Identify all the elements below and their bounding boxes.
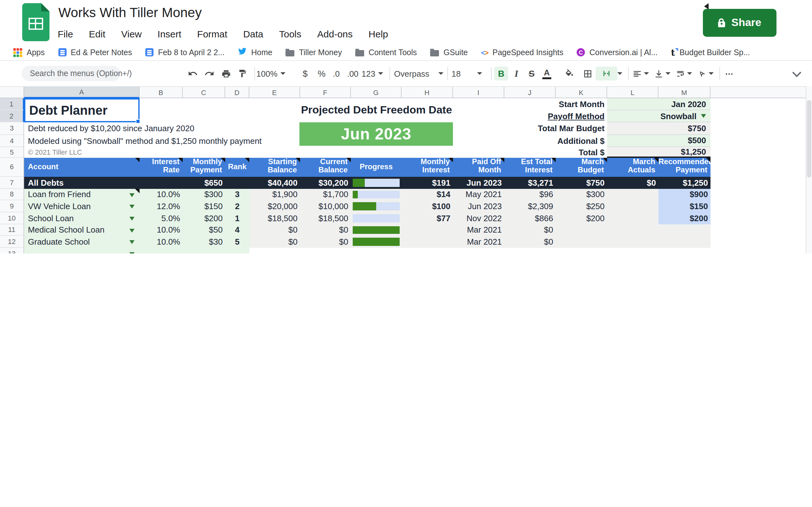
more-formats-button[interactable]: 123 xyxy=(360,61,385,86)
column-header-c[interactable]: C xyxy=(183,87,225,98)
bookmark-feb-8-to-april-2-2[interactable]: Feb 8 to April 2 2... xyxy=(145,48,224,57)
menu-view[interactable]: View xyxy=(121,29,142,39)
header-cell-current-balance[interactable]: CurrentBalance xyxy=(300,158,351,176)
header-cell-rank[interactable]: Rank xyxy=(225,158,249,176)
sheets-logo-icon[interactable] xyxy=(22,3,49,41)
column-header-g[interactable]: G xyxy=(351,87,402,98)
selection-fill-handle[interactable] xyxy=(136,119,140,124)
column-header-a[interactable]: A xyxy=(24,87,140,98)
menu-help[interactable]: Help xyxy=(368,29,388,39)
borders-button[interactable] xyxy=(580,61,595,86)
account-dropdown-icon[interactable] xyxy=(130,205,135,209)
cell-account[interactable]: Graduate School xyxy=(24,236,140,248)
cell-est-total-interest[interactable]: $866 xyxy=(504,212,556,224)
cell-rank[interactable]: 5 xyxy=(225,236,249,248)
cell-total-recommended[interactable]: $1,250 xyxy=(658,176,711,188)
bookmark-apps[interactable]: Apps xyxy=(13,48,45,57)
menu-insert[interactable]: Insert xyxy=(158,29,182,39)
cell-total-est-interest[interactable]: $3,271 xyxy=(504,176,556,188)
cell-account[interactable]: School Loan xyxy=(24,212,140,224)
cell-account[interactable]: Medical School Loan xyxy=(24,224,140,236)
bookmark-home[interactable]: Home xyxy=(238,48,272,57)
fill-color-button[interactable] xyxy=(561,61,577,86)
cell-recommended-payment[interactable]: $900 xyxy=(658,188,711,200)
hide-toolbar-chevron[interactable] xyxy=(791,61,803,86)
column-header-b[interactable]: B xyxy=(140,87,183,98)
bookmark-content-tools[interactable]: Content Tools xyxy=(355,48,417,57)
cell-rank[interactable]: 3 xyxy=(225,188,249,200)
menu-edit[interactable]: Edit xyxy=(89,29,105,39)
row-header-2[interactable]: 2 xyxy=(0,110,24,122)
header-cell-min-monthly-payment[interactable]: Min MonthlyPayment xyxy=(183,158,225,176)
account-dropdown-icon[interactable] xyxy=(130,240,135,244)
cell-current-balance[interactable]: $0 xyxy=(300,224,351,236)
row-header-9[interactable]: 9 xyxy=(0,200,24,212)
bookmark-ed-peter-notes[interactable]: Ed & Peter Notes xyxy=(58,48,132,57)
cell-interest-rate[interactable]: 10.0% xyxy=(140,224,183,236)
menu-addons[interactable]: Add-ons xyxy=(317,29,353,39)
column-header-j[interactable]: J xyxy=(504,87,556,98)
cell-starting-balance[interactable]: $20,000 xyxy=(249,200,300,212)
account-dropdown-icon[interactable] xyxy=(130,217,135,221)
account-dropdown-icon[interactable] xyxy=(130,228,135,232)
header-cell-interest-rate[interactable]: InterestRate xyxy=(140,158,183,176)
cell-min-payment[interactable]: $200 xyxy=(183,212,225,224)
cell-current-balance[interactable]: $0 xyxy=(300,236,351,248)
header-cell-est-total-interest[interactable]: Est TotalInterest xyxy=(504,158,556,176)
header-cell-starting-balance[interactable]: StartingBalance xyxy=(249,158,300,176)
cell-total-starting[interactable]: $40,400 xyxy=(249,176,300,188)
cell-monthly-interest[interactable]: $77 xyxy=(402,212,453,224)
format-percent-button[interactable]: % xyxy=(314,61,329,86)
menu-tools[interactable]: Tools xyxy=(279,29,301,39)
account-dropdown-icon[interactable] xyxy=(130,252,135,253)
header-cell-paid-off-month[interactable]: Paid OffMonth xyxy=(453,158,504,176)
column-header-e[interactable]: E xyxy=(249,87,300,98)
italic-button[interactable]: I xyxy=(509,61,524,86)
vertical-align-button[interactable] xyxy=(651,61,666,86)
strikethrough-button[interactable]: S xyxy=(524,61,539,86)
horizontal-align-caret[interactable] xyxy=(643,61,650,86)
row-header-5[interactable]: 5 xyxy=(0,147,24,158)
cell-est-total-interest[interactable]: $0 xyxy=(504,224,556,236)
cell-starting-balance[interactable]: $18,500 xyxy=(249,212,300,224)
row-header-6[interactable]: 6 xyxy=(0,158,24,176)
horizontal-align-button[interactable] xyxy=(629,61,645,86)
cell-interest-rate[interactable]: 10.0% xyxy=(140,236,183,248)
text-wrap-caret[interactable] xyxy=(687,61,693,86)
increase-decimal-button[interactable]: .00 xyxy=(345,61,360,86)
cell-current-balance[interactable]: $10,000 xyxy=(300,200,351,212)
cell-est-total-interest[interactable]: $2,309 xyxy=(504,200,556,212)
cell-march-budget[interactable]: $250 xyxy=(556,200,607,212)
cell-paid-off-month[interactable]: Mar 2021 xyxy=(453,236,504,248)
cell-recommended-payment[interactable]: $200 xyxy=(658,212,711,224)
column-header-m[interactable]: M xyxy=(658,87,711,98)
print-button[interactable] xyxy=(218,61,234,86)
column-header-k[interactable]: K xyxy=(556,87,607,98)
cell-interest-rate[interactable]: 5.0% xyxy=(140,212,183,224)
paint-format-button[interactable] xyxy=(235,61,250,86)
cell-rank[interactable]: 1 xyxy=(225,212,249,224)
row-header-10[interactable]: 10 xyxy=(0,212,24,224)
bookmark-gsuite[interactable]: GSuite xyxy=(430,48,467,57)
cell-rank[interactable]: 4 xyxy=(225,224,249,236)
cell-monthly-interest[interactable]: $100 xyxy=(402,200,453,212)
cell-paid-off-month[interactable]: Nov 2022 xyxy=(453,212,504,224)
setting-value-start-month[interactable]: Jan 2020 xyxy=(607,98,711,110)
decrease-decimal-button[interactable]: .0 xyxy=(328,61,344,86)
redo-button[interactable] xyxy=(202,61,217,86)
column-header-l[interactable]: L xyxy=(607,87,658,98)
document-title[interactable]: Works With Tiller Money xyxy=(58,5,202,20)
setting-value-additional-[interactable]: $500 xyxy=(607,135,711,147)
menu-file[interactable]: File xyxy=(58,29,73,39)
row-header-7[interactable]: 7 xyxy=(0,176,24,188)
search-menus-input[interactable]: Search the menus (Option+/) xyxy=(21,66,120,81)
cell-current-balance[interactable]: $1,700 xyxy=(300,188,351,200)
text-wrap-button[interactable] xyxy=(672,61,688,86)
column-header-f[interactable]: F xyxy=(300,87,351,98)
row-header-1[interactable]: 1 xyxy=(0,98,24,110)
column-header-h[interactable]: H xyxy=(402,87,453,98)
cell-min-payment[interactable]: $50 xyxy=(183,224,225,236)
cell-paid-off-month[interactable]: May 2021 xyxy=(453,188,504,200)
select-all-corner[interactable] xyxy=(0,87,24,98)
share-button[interactable]: Share xyxy=(703,9,776,37)
